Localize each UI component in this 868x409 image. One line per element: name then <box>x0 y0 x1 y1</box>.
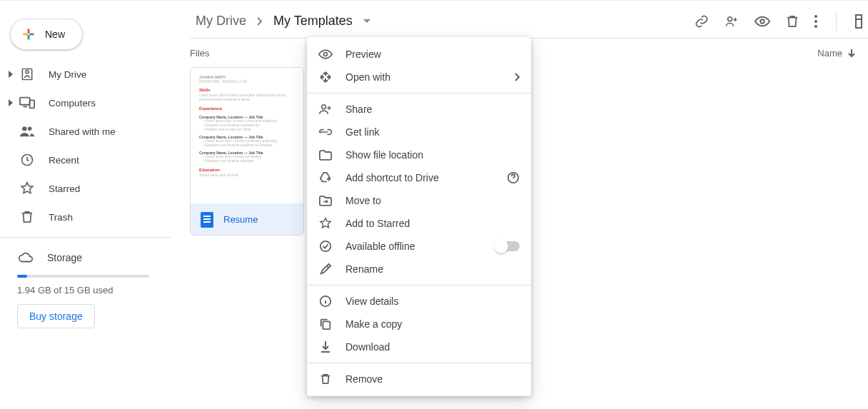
sidebar-item-shared[interactable]: Shared with me <box>0 117 171 146</box>
ctx-move-to[interactable]: Move to <box>307 189 531 212</box>
ctx-rename[interactable]: Rename <box>307 258 531 281</box>
sidebar-item-trash[interactable]: Trash <box>0 203 171 231</box>
storage-text: 1.94 GB of 15 GB used <box>17 285 161 296</box>
view-details-button[interactable] <box>855 14 862 29</box>
svg-point-20 <box>321 241 330 251</box>
sidebar-item-label: My Drive <box>49 69 86 80</box>
info-icon <box>318 294 333 308</box>
svg-point-5 <box>26 71 29 74</box>
svg-point-9 <box>28 127 31 131</box>
ctx-download[interactable]: Download <box>307 335 531 358</box>
pencil-icon <box>318 262 333 276</box>
cloud-icon <box>17 249 34 266</box>
sidebar-item-label: Trash <box>49 212 73 223</box>
chevron-right-icon <box>256 16 263 26</box>
get-link-button[interactable] <box>695 14 709 29</box>
offline-toggle[interactable] <box>495 241 520 251</box>
svg-rect-22 <box>323 321 330 329</box>
expand-icon[interactable] <box>4 99 17 106</box>
sort-label: Name <box>817 48 842 59</box>
ctx-available-offline[interactable]: Available offline <box>307 235 531 258</box>
offline-icon <box>318 239 333 253</box>
ctx-show-location[interactable]: Show file location <box>307 143 531 166</box>
sidebar-item-label: Recent <box>49 155 79 166</box>
sidebar: New My Drive Computers Shared with me <box>0 4 171 404</box>
breadcrumb-dropdown-icon[interactable] <box>360 16 374 27</box>
new-button-label: New <box>45 29 65 40</box>
open-with-icon <box>318 70 333 84</box>
storage-bar <box>17 275 149 278</box>
sidebar-item-computers[interactable]: Computers <box>0 89 171 117</box>
file-card[interactable]: JOANNA SMITH 555-555-5555 · JS@EMAIL.COM… <box>190 67 304 236</box>
sidebar-item-label: Starred <box>49 183 80 194</box>
sidebar-item-my-drive[interactable]: My Drive <box>0 60 171 89</box>
breadcrumb-current[interactable]: My Templates <box>268 11 358 31</box>
svg-point-11 <box>728 16 732 21</box>
copy-icon <box>318 317 333 331</box>
help-icon[interactable] <box>507 171 520 184</box>
ctx-share[interactable]: Share <box>307 98 531 121</box>
file-thumbnail: JOANNA SMITH 555-555-5555 · JS@EMAIL.COM… <box>191 68 303 203</box>
file-name: Resume <box>223 214 258 225</box>
toolbar-separator <box>836 11 837 31</box>
svg-rect-16 <box>856 15 862 28</box>
delete-button[interactable] <box>786 14 799 29</box>
svg-point-18 <box>322 105 326 109</box>
people-icon <box>19 123 36 140</box>
svg-rect-2 <box>29 34 34 35</box>
sidebar-item-starred[interactable]: Starred <box>0 174 171 203</box>
share-button[interactable] <box>725 14 739 29</box>
link-icon <box>318 125 333 139</box>
expand-icon[interactable] <box>4 71 17 78</box>
new-button[interactable]: New <box>10 19 83 50</box>
context-menu: Preview Open with Share Get link Show fi… <box>307 37 531 396</box>
breadcrumb-root[interactable]: My Drive <box>190 11 252 31</box>
docs-icon <box>201 212 213 228</box>
svg-point-14 <box>814 20 817 23</box>
person-add-icon <box>318 102 333 116</box>
svg-point-15 <box>814 25 817 28</box>
ctx-add-starred[interactable]: Add to Starred <box>307 212 531 235</box>
ctx-remove[interactable]: Remove <box>307 368 531 390</box>
sidebar-item-storage[interactable]: Storage <box>17 243 161 272</box>
sidebar-item-recent[interactable]: Recent <box>0 146 171 174</box>
star-icon <box>19 180 36 197</box>
chevron-right-icon <box>514 73 520 81</box>
sidebar-item-label: Shared with me <box>49 126 116 137</box>
shortcut-icon <box>318 171 333 185</box>
svg-point-17 <box>324 53 328 56</box>
download-icon <box>318 340 333 354</box>
svg-rect-0 <box>28 29 29 34</box>
more-actions-button[interactable] <box>814 15 817 28</box>
ctx-open-with[interactable]: Open with <box>307 66 531 89</box>
plus-icon <box>21 26 36 42</box>
ctx-preview[interactable]: Preview <box>307 43 531 66</box>
storage-label: Storage <box>47 252 82 263</box>
svg-rect-7 <box>30 100 34 108</box>
clock-icon <box>19 151 36 168</box>
drive-icon <box>19 66 36 83</box>
file-footer: Resume <box>191 203 303 235</box>
ctx-make-copy[interactable]: Make a copy <box>307 313 531 335</box>
breadcrumb-row: My Drive My Templates <box>190 4 868 39</box>
folder-icon <box>318 148 333 162</box>
star-icon <box>318 216 333 231</box>
eye-icon <box>318 47 333 61</box>
trash-icon <box>318 372 333 386</box>
trash-icon <box>19 208 36 226</box>
svg-point-8 <box>22 126 26 131</box>
ctx-add-shortcut[interactable]: Add shortcut to Drive <box>307 166 531 189</box>
ctx-view-details[interactable]: View details <box>307 290 531 313</box>
ctx-get-link[interactable]: Get link <box>307 121 531 143</box>
svg-rect-3 <box>28 35 29 39</box>
sort-button[interactable]: Name <box>817 48 857 59</box>
devices-icon <box>19 94 36 111</box>
sidebar-item-label: Computers <box>49 98 96 108</box>
move-icon <box>318 193 333 208</box>
preview-button[interactable] <box>755 16 770 27</box>
svg-point-12 <box>760 19 764 24</box>
svg-point-13 <box>814 15 817 18</box>
files-label: Files <box>190 48 209 59</box>
svg-rect-1 <box>24 34 28 35</box>
buy-storage-button[interactable]: Buy storage <box>17 304 95 328</box>
